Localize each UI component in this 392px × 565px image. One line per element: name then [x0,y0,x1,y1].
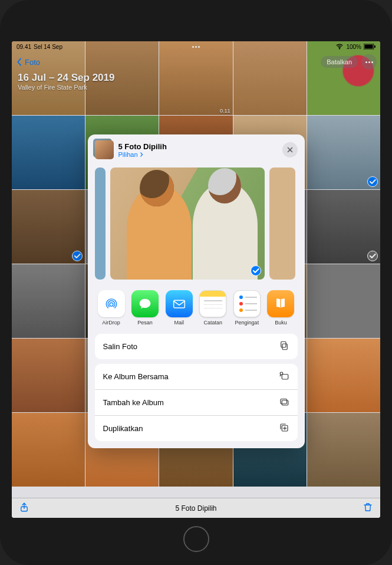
app-label: AirDrop [102,320,120,326]
preview-thumb[interactable] [110,167,265,280]
share-sheet-header: 5 Foto Dipilih Pilihan [88,134,305,164]
action-list: Salin Foto Ke Album Bersama Tamb [88,334,305,448]
close-button[interactable] [282,142,298,157]
share-app-messages[interactable]: Pesan [131,290,159,326]
share-app-notes[interactable]: Catatan [199,290,227,326]
action-label: Ke Album Bersama [103,372,169,381]
airdrop-icon [98,290,125,317]
action-add-to-album[interactable]: Tambah ke Album [95,389,298,415]
action-duplicate[interactable]: Duplikatkan [95,415,298,441]
svg-rect-9 [281,341,285,347]
share-sheet-title: 5 Foto Dipilih [118,142,167,151]
action-shared-album[interactable]: Ke Album Bersama [95,364,298,389]
svg-rect-13 [281,399,287,404]
options-label: Pilihan [118,151,138,158]
svg-rect-6 [173,300,185,308]
mail-icon [166,290,193,317]
app-label: Mail [174,320,184,326]
selection-thumbnail [95,140,114,159]
reminders-icon [233,290,261,317]
selected-check-icon [251,265,261,276]
chevron-right-icon [139,152,144,157]
share-app-reminders[interactable]: Pengingat [233,290,261,326]
svg-point-5 [110,303,113,306]
action-label: Tambah ke Album [103,398,164,407]
close-icon [286,146,294,154]
preview-thumb[interactable] [269,167,295,280]
ipad-device-frame: 09.41 Sel 14 Sep 100% Foto [0,0,392,565]
share-app-mail[interactable]: Mail [165,290,193,326]
preview-row[interactable] [88,164,305,287]
home-button[interactable] [183,526,209,552]
action-label: Salin Foto [103,342,138,351]
books-icon [267,290,294,317]
app-label: Pengingat [235,320,259,326]
notes-icon [199,290,226,317]
add-album-icon [279,396,289,409]
svg-rect-10 [282,375,288,379]
share-app-airdrop[interactable]: AirDrop [97,290,126,326]
app-label: Buku [275,320,287,326]
share-sheet: 5 Foto Dipilih Pilihan [88,134,305,448]
shared-album-icon [279,370,289,383]
app-label: Pesan [137,320,153,326]
options-button[interactable]: Pilihan [118,151,167,158]
copy-icon [279,340,289,353]
share-app-row: AirDrop Pesan Mail [88,287,305,334]
preview-thumb[interactable] [95,167,106,280]
share-app-books[interactable]: Buku [266,290,295,326]
svg-rect-7 [281,300,281,308]
svg-rect-8 [282,344,287,350]
action-label: Duplikatkan [103,424,143,433]
svg-rect-12 [282,400,288,405]
screen: 09.41 Sel 14 Sep 100% Foto [12,41,380,518]
action-copy-photo[interactable]: Salin Foto [95,334,298,359]
app-label: Catatan [204,320,223,326]
messages-icon [131,290,159,317]
duplicate-icon [279,422,289,435]
svg-point-11 [280,372,283,375]
